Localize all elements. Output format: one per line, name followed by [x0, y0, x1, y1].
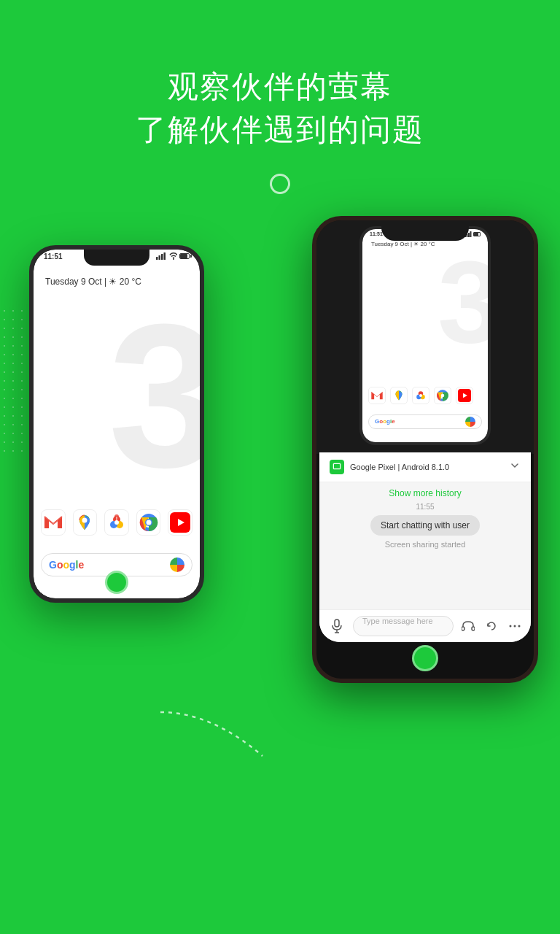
svg-point-6 [82, 517, 88, 522]
svg-rect-2 [161, 254, 163, 260]
message-input[interactable]: Type message here [353, 616, 454, 636]
title-section: 观察伙伴的萤幕 了解伙伴遇到的问题 [0, 0, 560, 166]
mirrored-phone: 11:51 [359, 226, 491, 445]
dotted-curve [146, 698, 277, 771]
expand-icon[interactable] [509, 460, 521, 474]
more-options-button[interactable] [506, 617, 524, 635]
chat-device-label: Google Pixel | Android 8.1.0 [350, 463, 449, 471]
mirrored-chrome-icon [434, 387, 451, 404]
mirrored-gmail-icon [368, 387, 386, 404]
svg-rect-3 [164, 252, 166, 260]
svg-point-41 [518, 625, 521, 627]
mirrored-youtube-icon [456, 387, 473, 404]
circle-icon [270, 174, 290, 194]
device-icon [330, 460, 344, 474]
screen-sharing-status: Screen sharing started [385, 540, 466, 549]
circle-icon-container [0, 174, 560, 194]
mirrored-time: 11:51 [370, 231, 383, 237]
headphone-icon [462, 620, 475, 632]
chat-body: Show more history 11:55 Start chatting w… [319, 482, 531, 609]
mirrored-photos-icon [412, 387, 429, 404]
chat-input-area: Type message here [319, 609, 531, 642]
svg-rect-38 [472, 627, 475, 630]
svg-rect-34 [335, 620, 339, 627]
svg-point-39 [510, 625, 512, 627]
right-phone: 11:51 [312, 216, 538, 683]
page-title: 观察伙伴的萤幕 了解伙伴遇到的问题 [0, 66, 560, 152]
svg-rect-0 [156, 257, 158, 260]
right-phone-screen: 11:51 [316, 220, 534, 679]
chat-bubble: Start chatting with user [370, 515, 480, 536]
message-input-placeholder: Type message here [362, 617, 433, 625]
mirrored-maps-icon [390, 387, 408, 404]
photos-icon[interactable] [104, 509, 129, 536]
gmail-icon[interactable] [41, 509, 66, 536]
svg-point-40 [514, 625, 516, 627]
left-phone-large-number: 3 [108, 293, 200, 498]
chevron-down-icon [509, 460, 521, 471]
svg-rect-33 [334, 464, 340, 468]
headphone-button[interactable] [459, 617, 477, 635]
chat-header-left: Google Pixel | Android 8.1.0 [330, 460, 449, 474]
chat-panel: Google Pixel | Android 8.1.0 Show more h… [319, 452, 531, 642]
screen-mirror-area: 11:51 [316, 220, 534, 454]
more-options-icon [509, 625, 521, 628]
mirrored-google-g: Google [375, 418, 395, 425]
chat-timestamp: 11:55 [416, 503, 434, 511]
svg-point-4 [173, 258, 174, 260]
youtube-icon[interactable] [168, 509, 192, 536]
rotate-button[interactable] [483, 617, 500, 635]
mirrored-google-bar: Google [368, 414, 482, 429]
left-phone-home-button[interactable] [105, 571, 128, 594]
device-icon-svg [332, 463, 341, 471]
mirrored-assistant-icon [465, 417, 475, 427]
mirrored-app-icons [362, 384, 488, 407]
wifi-icon [168, 252, 177, 260]
left-phone-screen: 11:51 [34, 250, 200, 598]
left-phone-time: 11:51 [44, 252, 63, 260]
microphone-icon [331, 619, 343, 633]
mirrored-large-number: 3 [438, 244, 488, 360]
chat-header: Google Pixel | Android 8.1.0 [319, 452, 531, 482]
left-phone-app-icons [34, 505, 200, 540]
show-history-link[interactable]: Show more history [389, 488, 461, 498]
google-assistant-icon [170, 557, 184, 572]
svg-rect-1 [159, 255, 161, 260]
right-phone-home-button[interactable] [412, 645, 438, 671]
svg-point-15 [146, 520, 151, 525]
left-phone: 11:51 [29, 245, 204, 603]
google-logo: Google [49, 559, 84, 571]
signal-icon [156, 252, 166, 260]
left-phone-status-icons [156, 252, 190, 260]
svg-rect-37 [462, 627, 464, 630]
left-phone-notch [84, 250, 149, 266]
svg-point-29 [441, 393, 445, 397]
right-phone-notch [381, 220, 469, 241]
maps-icon[interactable] [73, 509, 98, 536]
mic-button[interactable] [327, 616, 347, 636]
phones-container: 11:51 [0, 216, 560, 771]
mirrored-phone-inner: 11:51 [362, 229, 488, 442]
chrome-icon[interactable] [136, 509, 161, 536]
battery-icon [179, 253, 190, 259]
svg-point-26 [419, 394, 422, 397]
rotate-icon [486, 620, 497, 632]
